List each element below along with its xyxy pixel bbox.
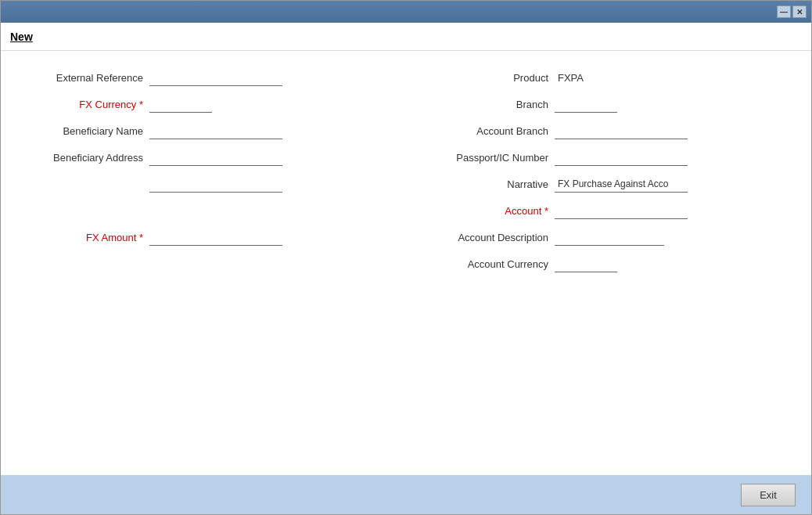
form-grid: External Reference FX Currency * Benefic… <box>24 67 788 275</box>
narrative-label: Narrative <box>429 178 555 190</box>
product-row: Product FXPA <box>429 67 788 88</box>
account-description-label: Account Description <box>429 232 555 243</box>
account-currency-label: Account Currency <box>429 258 555 270</box>
beneficiary-address-row2 <box>24 173 383 195</box>
account-label: Account * <box>429 205 555 217</box>
left-form-section: External Reference FX Currency * Benefic… <box>24 67 383 275</box>
fx-currency-row: FX Currency * <box>24 93 383 115</box>
beneficiary-address-input1[interactable] <box>149 149 282 166</box>
window-controls: — ✕ <box>777 5 807 18</box>
beneficiary-name-input[interactable] <box>149 122 282 139</box>
beneficiary-address-input2[interactable] <box>149 175 282 193</box>
fx-amount-label: FX Amount * <box>24 232 149 243</box>
account-description-row: Account Description <box>429 226 788 248</box>
fx-currency-input[interactable] <box>149 95 212 113</box>
beneficiary-address-row1: Beneficiary Address <box>24 146 383 168</box>
external-reference-input[interactable] <box>149 69 282 86</box>
fx-amount-row: FX Amount * <box>24 226 383 248</box>
right-form-section: Product FXPA Branch Account Branch Passp… <box>429 67 788 275</box>
main-window: — ✕ New External Reference FX Currency * <box>0 0 812 515</box>
product-value: FXPA <box>555 70 587 85</box>
passport-row: Passport/IC Number <box>429 146 788 168</box>
narrative-input[interactable] <box>555 175 688 193</box>
page-title: New <box>10 31 33 43</box>
account-description-input[interactable] <box>555 229 664 246</box>
account-branch-label: Account Branch <box>429 125 555 137</box>
beneficiary-name-row: Beneficiary Name <box>24 120 383 142</box>
title-bar: — ✕ <box>1 1 811 23</box>
account-row: Account * <box>429 200 788 221</box>
external-reference-label: External Reference <box>24 72 149 84</box>
account-branch-row: Account Branch <box>429 120 788 142</box>
account-currency-input[interactable] <box>555 255 617 272</box>
narrative-row: Narrative <box>429 173 788 195</box>
footer-bar: Exit <box>1 475 811 514</box>
passport-input[interactable] <box>555 149 688 166</box>
branch-row: Branch <box>429 93 788 115</box>
beneficiary-name-label: Beneficiary Name <box>24 125 149 137</box>
fx-currency-label: FX Currency * <box>24 99 149 110</box>
passport-label: Passport/IC Number <box>429 152 555 164</box>
account-input[interactable] <box>555 202 688 219</box>
beneficiary-address-label: Beneficiary Address <box>24 152 149 164</box>
branch-input[interactable] <box>555 95 617 113</box>
product-label: Product <box>429 72 555 84</box>
account-currency-row: Account Currency <box>429 253 788 275</box>
external-reference-row: External Reference <box>24 67 383 88</box>
minimize-button[interactable]: — <box>777 5 791 18</box>
close-button[interactable]: ✕ <box>792 5 807 18</box>
content-area: External Reference FX Currency * Benefic… <box>1 51 811 475</box>
fx-amount-input[interactable] <box>149 229 282 246</box>
account-branch-input[interactable] <box>555 122 688 139</box>
spacer <box>24 200 383 221</box>
branch-label: Branch <box>429 99 555 110</box>
page-title-bar: New <box>1 23 811 51</box>
exit-button[interactable]: Exit <box>741 484 796 506</box>
